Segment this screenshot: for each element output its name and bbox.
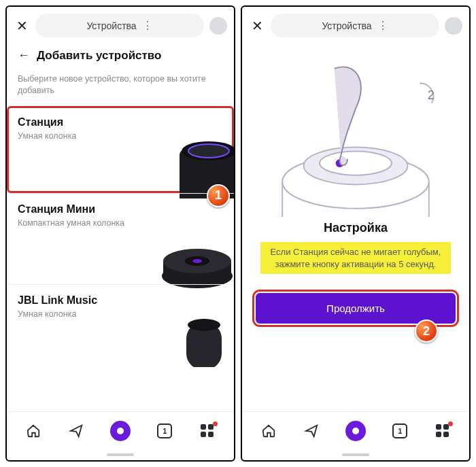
home-icon[interactable] (25, 423, 41, 439)
svg-point-10 (188, 319, 220, 331)
back-icon[interactable]: ← (18, 48, 30, 63)
alice-icon[interactable] (110, 421, 131, 441)
close-icon[interactable]: ✕ (14, 18, 30, 34)
android-nav-bar (7, 449, 234, 460)
setup-body: 2 Настройка Если Станция сейчас не мигае… (242, 43, 469, 411)
more-icon[interactable]: ⋮ (377, 19, 388, 32)
app-title-pill[interactable]: Устройства ⋮ (271, 14, 439, 37)
step-marker-2-label: 2 (423, 324, 430, 339)
alice-icon[interactable] (345, 421, 366, 441)
step-marker-1: 1 (207, 184, 230, 207)
bottom-nav: 1 (242, 411, 469, 449)
device-card-station[interactable]: Станция Умная колонка (7, 106, 234, 193)
avatar[interactable] (445, 17, 462, 35)
avatar[interactable] (209, 17, 227, 35)
device-card-mini[interactable]: Станция Мини Компактная умная колонка 1 (7, 193, 234, 284)
notification-dot-icon (213, 421, 218, 426)
more-icon[interactable]: ⋮ (142, 19, 153, 32)
speaker-jbl-image (177, 313, 231, 367)
tabs-icon[interactable]: 1 (156, 423, 173, 439)
notification-dot-icon (448, 421, 453, 426)
step-marker-1-label: 1 (215, 188, 222, 203)
device-title: Станция (18, 116, 223, 128)
home-icon[interactable] (260, 423, 277, 439)
android-nav-bar (242, 449, 469, 460)
tabs-icon[interactable]: 1 (392, 423, 408, 439)
setup-title: Настройка (324, 221, 388, 235)
tabs-count: 1 (398, 427, 402, 435)
tabs-count: 1 (163, 427, 167, 435)
device-subtitle: Компактная умная колонка (18, 218, 223, 228)
page-title: Добавить устройство (37, 49, 161, 63)
top-bar: ✕ Устройства ⋮ (242, 7, 469, 43)
app-title-pill[interactable]: Устройства ⋮ (35, 14, 204, 37)
phone-left: ✕ Устройства ⋮ ← Добавить устройство Выб… (5, 5, 235, 462)
device-title: JBL Link Music (18, 294, 223, 307)
services-icon[interactable] (199, 423, 216, 439)
cta-wrap: Продолжить 2 (256, 293, 456, 324)
services-icon[interactable] (435, 423, 451, 439)
close-icon[interactable]: ✕ (249, 18, 265, 34)
app-title-text: Устройства (86, 20, 136, 31)
app-title-text: Устройства (322, 20, 371, 31)
instruction-text: Выберите новое устройство, которое вы хо… (7, 69, 234, 106)
device-card-jbl[interactable]: JBL Link Music Умная колонка (7, 284, 234, 352)
step-indicator: 2 (428, 88, 435, 102)
step-marker-2: 2 (415, 319, 438, 343)
top-bar: ✕ Устройства ⋮ (7, 7, 234, 43)
svg-point-8 (192, 259, 202, 263)
bottom-nav: 1 (7, 411, 234, 449)
send-icon[interactable] (303, 423, 320, 439)
speaker-mini-image (155, 228, 234, 290)
setup-hint: Если Станция сейчас не мигает голубым, з… (260, 242, 451, 274)
device-list: Станция Умная колонка Станция Мини Компа… (7, 106, 234, 411)
setup-illustration: 2 (256, 47, 456, 217)
subheader: ← Добавить устройство (7, 43, 234, 69)
device-title: Станция Мини (18, 203, 223, 215)
phone-right: ✕ Устройства ⋮ 2 Настройка Если Станция … (241, 5, 471, 462)
svg-point-15 (320, 151, 392, 175)
send-icon[interactable] (68, 423, 84, 439)
